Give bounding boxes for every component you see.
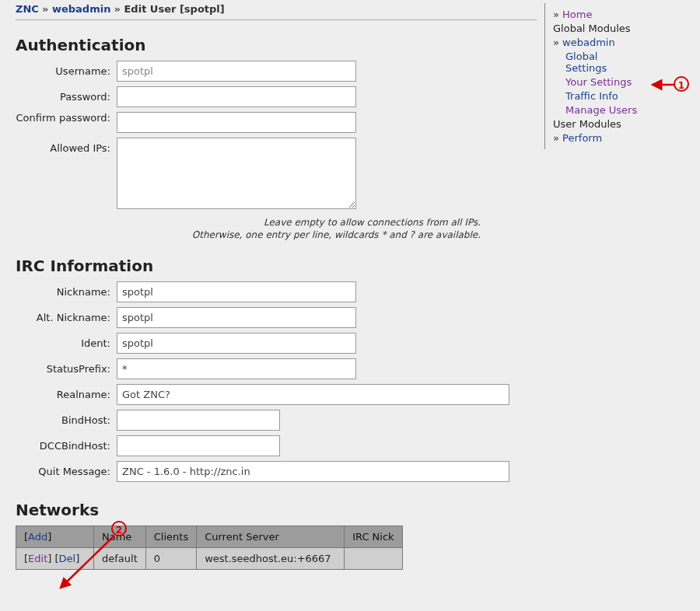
cell-name: default <box>94 548 146 570</box>
dccbindhost-label: DCCBindHost: <box>16 435 117 452</box>
breadcrumb: ZNC » webadmin » Edit User [spotpl] <box>16 3 537 20</box>
cell-server: west.seedhost.eu:+6667 <box>197 548 345 570</box>
sidebar-global-settings[interactable]: GlobalSettings <box>565 51 607 74</box>
table-row: [Edit] [Del] default 0 west.seedhost.eu:… <box>16 548 403 570</box>
col-ircnick: IRC Nick <box>345 526 402 548</box>
nickname-input[interactable] <box>117 281 356 302</box>
col-clients: Clients <box>145 526 196 548</box>
sidebar: » Home Global Modules » webadmin GlobalS… <box>544 3 688 149</box>
breadcrumb-znc[interactable]: ZNC <box>16 3 39 15</box>
cell-ircnick <box>345 548 402 570</box>
password-input[interactable] <box>117 86 356 107</box>
network-del-link[interactable]: Del <box>59 553 76 564</box>
username-input <box>117 61 356 82</box>
network-add-link[interactable]: Add <box>28 531 47 543</box>
altnickname-input[interactable] <box>117 307 356 328</box>
dccbindhost-input[interactable] <box>117 435 280 456</box>
sidebar-webadmin[interactable]: webadmin <box>562 37 615 48</box>
password-label: Password: <box>16 86 117 103</box>
section-irc-heading: IRC Information <box>16 257 537 275</box>
ident-input[interactable] <box>117 333 356 354</box>
realname-label: Realname: <box>16 384 117 400</box>
statusprefix-label: StatusPrefix: <box>16 358 117 375</box>
confirm-password-label: Confirm password: <box>16 112 117 124</box>
bindhost-label: BindHost: <box>16 410 117 426</box>
sidebar-traffic-info[interactable]: Traffic Info <box>565 90 618 102</box>
confirm-password-input[interactable] <box>117 112 356 133</box>
altnickname-label: Alt. Nickname: <box>16 307 117 323</box>
sidebar-user-modules-heading: User Modules <box>553 118 688 130</box>
breadcrumb-leaf: Edit User [spotpl] <box>124 3 224 15</box>
statusprefix-input[interactable] <box>117 358 356 379</box>
sidebar-manage-users[interactable]: Manage Users <box>565 104 637 116</box>
sidebar-perform[interactable]: Perform <box>562 132 602 144</box>
annotation-circle-2: 2 <box>111 521 127 536</box>
allowed-ips-label: Allowed IPs: <box>16 138 117 154</box>
breadcrumb-webadmin[interactable]: webadmin <box>52 3 110 15</box>
sidebar-home[interactable]: Home <box>562 9 592 20</box>
quitmsg-label: Quit Message: <box>16 461 117 477</box>
allowed-ips-textarea[interactable] <box>117 138 356 209</box>
username-label: Username: <box>16 61 117 77</box>
quitmsg-input[interactable] <box>117 461 509 482</box>
sidebar-your-settings[interactable]: Your Settings <box>565 76 632 88</box>
allowed-ips-hint: Leave empty to allow connections from al… <box>117 216 481 241</box>
network-edit-link[interactable]: Edit <box>28 553 47 564</box>
realname-input[interactable] <box>117 384 509 405</box>
annotation-circle-1: 1 <box>674 76 689 92</box>
ident-label: Ident: <box>16 333 117 349</box>
section-auth-heading: Authentication <box>16 36 537 54</box>
col-server: Current Server <box>197 526 345 548</box>
section-networks-heading: Networks <box>16 501 537 519</box>
cell-clients: 0 <box>145 548 196 570</box>
networks-table: [Add] Name Clients Current Server IRC Ni… <box>16 525 403 570</box>
sidebar-global-modules-heading: Global Modules <box>553 23 688 34</box>
bindhost-input[interactable] <box>117 410 280 431</box>
nickname-label: Nickname: <box>16 281 117 298</box>
